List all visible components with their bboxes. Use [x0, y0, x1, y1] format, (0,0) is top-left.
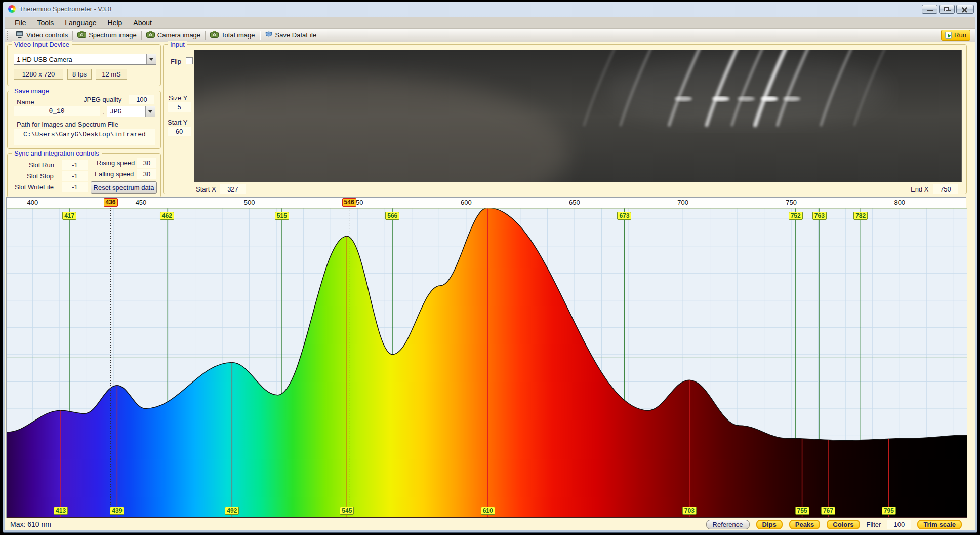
detected-peak-badge: 413 — [54, 507, 68, 515]
start-x-label: Start X — [196, 185, 216, 193]
input-group: Input Flip Size Y 5 Start Y 60 Start X 3… — [163, 44, 967, 194]
video-input-group: Video Input Device 1 HD USB Camera 1280 … — [7, 44, 161, 86]
falling-speed-value[interactable]: 30 — [137, 169, 156, 179]
rising-speed-value[interactable]: 30 — [137, 158, 156, 168]
path-field[interactable]: C:\Users\GaryG\Desktop\infrared — [14, 129, 155, 145]
name-ext-separator: . — [103, 108, 105, 116]
save-datafile-icon — [265, 31, 273, 40]
axis-tick-label: 400 — [27, 199, 38, 206]
app-window: Theremino Spectrometer - V3.0 FileToolsL… — [3, 2, 977, 533]
toolbar-grip — [7, 31, 9, 40]
video-input-group-title: Video Input Device — [12, 41, 72, 48]
video-device-value: 1 HD USB Camera — [14, 56, 146, 63]
axis-tick-label: 750 — [786, 199, 797, 206]
reference-peak-badge: 752 — [789, 212, 803, 220]
close-button[interactable] — [956, 5, 974, 14]
input-group-title: Input — [168, 41, 187, 48]
reset-spectrum-button[interactable]: Reset spectrum data — [91, 181, 157, 194]
toolbar-item-total-image[interactable]: Total image — [206, 30, 259, 41]
slot-writefile-label: Slot WriteFile — [15, 183, 54, 191]
toolbar-item-camera-image[interactable]: Camera image — [142, 30, 205, 41]
minimize-button[interactable] — [922, 5, 937, 14]
resolution-button[interactable]: 1280 x 720 — [14, 69, 63, 80]
work-area: Video Input Device 1 HD USB Camera 1280 … — [5, 43, 975, 518]
trim-scale-button[interactable]: Trim scale — [917, 520, 962, 529]
flip-label: Flip — [171, 58, 181, 65]
run-button[interactable]: Run — [941, 30, 970, 41]
highlighted-tick-badge: 436 — [104, 198, 118, 207]
video-device-select[interactable]: 1 HD USB Camera — [14, 54, 156, 65]
end-x-value[interactable]: 750 — [933, 184, 958, 194]
menu-item-help[interactable]: Help — [102, 18, 128, 28]
menu-item-language[interactable]: Language — [59, 18, 102, 28]
toolbar-item-spectrum-image[interactable]: Spectrum image — [73, 30, 141, 41]
menu-item-file[interactable]: File — [9, 18, 32, 28]
start-x-value[interactable]: 327 — [220, 184, 246, 194]
dropdown-button[interactable] — [145, 106, 155, 117]
reference-peak-badge: 515 — [275, 212, 289, 220]
dropdown-button[interactable] — [146, 54, 156, 64]
menu-bar: FileToolsLanguageHelpAbout — [5, 17, 975, 29]
restore-icon — [944, 7, 949, 11]
start-y-value[interactable]: 60 — [168, 127, 191, 136]
minimize-icon — [927, 10, 933, 11]
format-select[interactable]: JPG — [107, 106, 155, 117]
status-bar: Max: 610 nm Reference Dips Peaks Colors … — [5, 518, 975, 530]
jpeg-quality-value[interactable]: 100 — [129, 95, 154, 104]
camera-preview[interactable] — [194, 50, 962, 182]
peaks-button[interactable]: Peaks — [789, 520, 821, 529]
size-y-label: Size Y — [169, 94, 187, 102]
total-image-icon — [210, 31, 219, 40]
toolbar-item-label: Spectrum image — [89, 31, 137, 39]
app-icon — [8, 5, 16, 13]
filter-label: Filter — [867, 521, 881, 528]
detected-peak-badge: 767 — [821, 507, 835, 515]
image-name-field[interactable]: 0_10 — [14, 106, 100, 116]
flip-checkbox[interactable] — [186, 57, 193, 64]
axis-tick-label: 600 — [461, 199, 472, 206]
spectrum-plot[interactable] — [7, 208, 967, 518]
restore-button[interactable] — [939, 5, 955, 14]
camera-image-icon — [146, 31, 155, 40]
falling-speed-label: Falling speed — [95, 170, 134, 178]
reference-peak-badge: 763 — [812, 212, 827, 220]
video-controls-icon — [16, 31, 24, 40]
toolbar-item-label: Camera image — [157, 31, 200, 39]
slot-stop-value[interactable]: -1 — [62, 171, 88, 181]
detected-peak-badge: 439 — [110, 507, 124, 515]
toolbar-item-video-controls[interactable]: Video controls — [11, 30, 72, 41]
size-y-value[interactable]: 5 — [168, 102, 191, 112]
reference-peak-badge: 782 — [853, 212, 868, 220]
client-area: FileToolsLanguageHelpAbout Video control… — [5, 17, 975, 530]
path-label: Path for Images and Spectrum File — [17, 121, 118, 128]
menu-item-tools[interactable]: Tools — [32, 18, 60, 28]
reference-button[interactable]: Reference — [706, 520, 750, 529]
window-title: Theremino Spectrometer - V3.0 — [19, 5, 111, 13]
menu-item-about[interactable]: About — [128, 18, 157, 28]
sync-controls-group: Sync and integration controls Slot Run -… — [7, 153, 161, 198]
spectrum-chart[interactable]: 400450500550600650700750800436546 417462… — [6, 197, 966, 518]
reference-peak-badge: 673 — [617, 212, 631, 220]
toolbar-item-label: Save DataFile — [275, 31, 317, 39]
colors-button[interactable]: Colors — [827, 520, 860, 529]
title-bar[interactable]: Theremino Spectrometer - V3.0 — [3, 2, 977, 16]
axis-tick-label: 650 — [569, 199, 580, 206]
start-y-label: Start Y — [168, 119, 188, 126]
detected-peak-badge: 755 — [795, 507, 809, 515]
chevron-down-icon — [149, 58, 153, 61]
framerate-button[interactable]: 8 fps — [67, 69, 92, 80]
slot-writefile-value[interactable]: -1 — [62, 182, 88, 192]
max-wavelength-label: Max: 610 nm — [10, 520, 51, 528]
window-buttons — [922, 5, 974, 14]
detected-peak-badge: 795 — [882, 507, 896, 515]
toolbar-item-label: Total image — [221, 31, 255, 39]
dips-button[interactable]: Dips — [756, 520, 783, 529]
exposure-button[interactable]: 12 mS — [96, 69, 127, 80]
camera-preview-image — [194, 50, 961, 182]
slot-run-value[interactable]: -1 — [62, 160, 88, 170]
reference-peak-badge: 462 — [160, 212, 174, 220]
save-image-group: Save image Name JPEG quality 100 0_10 . … — [7, 91, 161, 149]
toolbar-item-label: Video controls — [26, 31, 68, 39]
filter-value[interactable]: 100 — [887, 520, 911, 529]
toolbar-item-save-datafile[interactable]: Save DataFile — [260, 30, 321, 41]
